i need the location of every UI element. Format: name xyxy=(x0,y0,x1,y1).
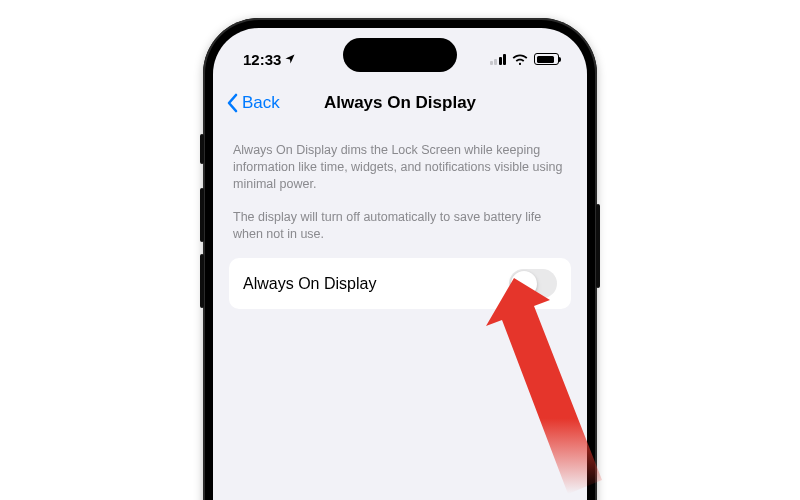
status-time: 12:33 xyxy=(243,51,281,68)
description-p1: Always On Display dims the Lock Screen w… xyxy=(229,142,571,193)
cellular-icon xyxy=(490,54,507,65)
content: Always On Display dims the Lock Screen w… xyxy=(213,124,587,500)
phone-frame: 12:33 xyxy=(203,18,597,500)
power-button xyxy=(596,204,600,288)
description-p2: The display will turn off automatically … xyxy=(229,209,571,243)
chevron-left-icon xyxy=(227,93,239,113)
status-left: 12:33 xyxy=(243,51,296,68)
back-label: Back xyxy=(242,93,280,113)
back-button[interactable]: Back xyxy=(219,82,288,124)
nav-header: Back Always On Display xyxy=(213,82,587,124)
always-on-display-row: Always On Display xyxy=(229,258,571,309)
status-right xyxy=(490,53,560,65)
page-title: Always On Display xyxy=(324,93,476,113)
side-button xyxy=(200,134,204,164)
volume-up-button xyxy=(200,188,204,242)
screen: 12:33 xyxy=(213,28,587,500)
switch-knob xyxy=(511,271,537,297)
always-on-display-toggle[interactable] xyxy=(509,269,557,298)
location-icon xyxy=(284,53,296,65)
settings-group: Always On Display xyxy=(229,258,571,309)
setting-label: Always On Display xyxy=(243,275,376,293)
wifi-icon xyxy=(512,53,528,65)
volume-down-button xyxy=(200,254,204,308)
battery-icon xyxy=(534,53,559,65)
dynamic-island xyxy=(343,38,457,72)
